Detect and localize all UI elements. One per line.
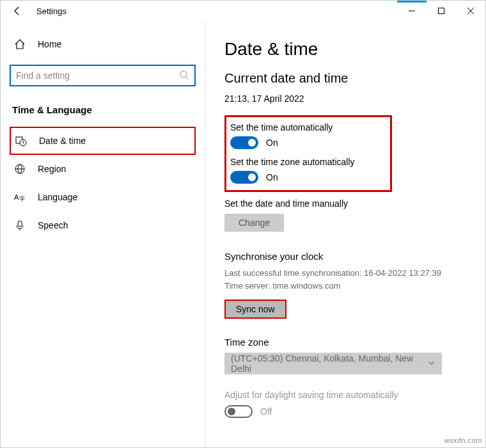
auto-tz-label: Set the time zone automatically (230, 157, 384, 167)
svg-text:A: A (14, 193, 19, 201)
search-input[interactable] (16, 70, 179, 81)
content-pane: Date & time Current date and time 21:13,… (205, 21, 485, 447)
dst-state: Off (260, 406, 272, 417)
nav-item-label: Region (38, 164, 66, 174)
sync-now-button[interactable]: Sync now (224, 300, 286, 319)
nav-item-label: Language (38, 192, 77, 202)
svg-rect-15 (18, 221, 22, 227)
last-sync-text: Last successful time synchronisation: 16… (224, 267, 469, 280)
home-label: Home (38, 39, 61, 49)
section-title: Current date and time (224, 71, 469, 86)
nav-item-region[interactable]: Region (10, 155, 196, 183)
nav-item-label: Date & time (39, 136, 86, 146)
timezone-title: Time zone (224, 337, 469, 348)
timezone-select: (UTC+05:30) Chennai, Kolkata, Mumbai, Ne… (224, 353, 442, 374)
nav-item-language[interactable]: A字 Language (10, 183, 196, 211)
chevron-down-icon (428, 358, 435, 369)
titlebar: Settings (1, 1, 485, 21)
svg-line-5 (186, 77, 189, 79)
clock-calendar-icon (15, 135, 27, 147)
manual-label: Set the date and time manually (224, 198, 469, 209)
change-button: Change (224, 214, 284, 232)
close-button[interactable] (456, 1, 485, 21)
nav-list: Date & time Region A字 Language (10, 127, 196, 239)
home-nav[interactable]: Home (10, 33, 196, 56)
svg-text:字: 字 (19, 196, 25, 202)
dst-toggle (224, 405, 253, 418)
sync-info: Last successful time synchronisation: 16… (224, 267, 469, 292)
dst-label: Adjust for daylight saving time automati… (224, 390, 469, 400)
globe-icon (13, 163, 26, 175)
auto-settings-highlight: Set the time automatically On Set the ti… (224, 115, 392, 192)
auto-tz-state: On (266, 172, 278, 182)
nav-item-date-time[interactable]: Date & time (10, 127, 196, 155)
auto-tz-toggle[interactable] (230, 171, 258, 184)
minimize-button[interactable] (397, 1, 427, 21)
category-title: Time & Language (10, 104, 196, 115)
language-icon: A字 (13, 191, 26, 203)
window-controls (397, 1, 485, 21)
auto-time-label: Set the time automatically (230, 122, 384, 132)
search-box[interactable] (10, 65, 196, 86)
nav-item-label: Speech (38, 220, 68, 230)
timezone-value: (UTC+05:30) Chennai, Kolkata, Mumbai, Ne… (231, 353, 428, 374)
svg-point-4 (180, 71, 187, 77)
watermark: wsxdn.com (444, 436, 482, 444)
back-button[interactable] (8, 2, 26, 20)
home-icon (13, 38, 26, 50)
auto-time-state: On (266, 138, 278, 148)
sync-title: Synchronise your clock (224, 251, 469, 262)
time-server-text: Time server: time.windows.com (224, 280, 469, 292)
maximize-button[interactable] (427, 1, 456, 21)
search-icon (179, 70, 189, 82)
sidebar: Home Time & Language Date & time (1, 21, 205, 447)
auto-time-toggle[interactable] (230, 136, 258, 149)
current-datetime: 21:13, 17 April 2022 (224, 93, 469, 104)
svg-rect-1 (439, 8, 444, 14)
nav-item-speech[interactable]: Speech (10, 211, 196, 239)
page-title: Date & time (224, 39, 469, 60)
window-title: Settings (36, 6, 67, 16)
microphone-icon (13, 220, 26, 231)
